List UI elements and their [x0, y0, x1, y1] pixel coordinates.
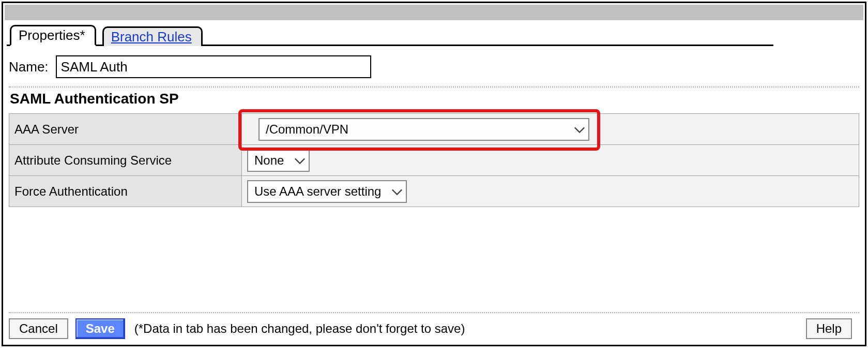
row-attribute-consuming-service: Attribute Consuming Service None: [9, 145, 859, 176]
force-auth-label: Force Authentication: [9, 176, 242, 207]
save-button[interactable]: Save: [75, 318, 125, 339]
aaa-server-value: /Common/VPN: [266, 122, 348, 137]
chevron-down-icon: [294, 153, 306, 168]
tab-branch-rules-label: Branch Rules: [111, 29, 192, 45]
acs-value: None: [254, 153, 284, 168]
name-input[interactable]: [56, 55, 371, 78]
chevron-down-icon: [574, 122, 585, 137]
force-auth-select[interactable]: Use AAA server setting: [247, 180, 407, 203]
properties-table: AAA Server /Common/VPN Attribute Consumi…: [9, 113, 859, 207]
name-label: Name:: [9, 59, 49, 75]
tab-properties[interactable]: Properties*: [10, 25, 96, 46]
section-title: SAML Authentication SP: [7, 87, 861, 113]
aaa-server-select[interactable]: /Common/VPN: [258, 118, 589, 141]
tab-properties-label: Properties*: [19, 27, 85, 43]
save-hint: (*Data in tab has been changed, please d…: [134, 321, 465, 336]
tab-row: Properties* Branch Rules: [7, 23, 773, 46]
cancel-button[interactable]: Cancel: [9, 318, 68, 339]
acs-label: Attribute Consuming Service: [9, 145, 242, 176]
window-titlebar: [5, 5, 863, 20]
chevron-down-icon: [391, 184, 403, 199]
row-aaa-server: AAA Server /Common/VPN: [9, 114, 859, 145]
help-button[interactable]: Help: [806, 318, 852, 339]
aaa-server-label: AAA Server: [9, 114, 242, 145]
row-force-authentication: Force Authentication Use AAA server sett…: [9, 176, 859, 207]
footer-bar: Cancel Save (*Data in tab has been chang…: [7, 313, 861, 343]
force-auth-value: Use AAA server setting: [254, 184, 381, 199]
acs-select[interactable]: None: [247, 149, 310, 172]
tab-branch-rules[interactable]: Branch Rules: [102, 26, 203, 46]
